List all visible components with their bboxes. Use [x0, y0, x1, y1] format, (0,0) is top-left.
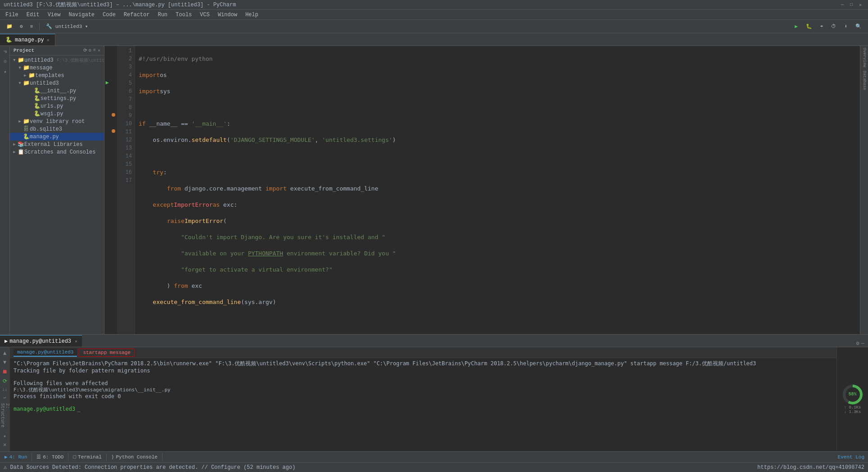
tree-item-db[interactable]: 🗄 db.sqlite3 — [10, 125, 104, 133]
tree-arrow-untitled3: ▼ — [17, 81, 23, 86]
project-icon[interactable]: P — [1, 48, 8, 56]
menu-file[interactable]: File — [2, 11, 22, 19]
statusbar-right: https://blog.csdn.net/qq=41098742 — [757, 464, 864, 471]
titlebar-controls: — □ ✕ — [841, 2, 864, 8]
folder-icon-templates: 📁 — [28, 72, 35, 79]
run-subtab-startapp[interactable]: startapp message — [79, 349, 135, 357]
soft-wrap-icon[interactable]: ↩ — [2, 394, 7, 402]
minimize-bottom-icon[interactable]: — — [861, 340, 864, 347]
tab-terminal[interactable]: □ Terminal — [68, 454, 106, 461]
py-icon-init: 🐍 — [33, 87, 41, 94]
tree-label-urls: urls.py — [41, 103, 63, 109]
bottom-main: manage.py@untitled3 startapp message "C:… — [10, 347, 836, 451]
tree-item-init[interactable]: 🐍 __init__.py — [10, 87, 104, 95]
settings-icon-bottom[interactable]: ⚙ — [856, 340, 859, 347]
close-bottom-icon[interactable]: ✕ — [2, 440, 8, 449]
tree-item-manage[interactable]: 🐍 manage.py — [10, 133, 104, 141]
tree-label-templates: templates — [35, 73, 64, 79]
tree-item-message[interactable]: ▼ 📁 message — [10, 64, 104, 72]
expand-icon[interactable]: ≡ — [93, 48, 96, 53]
breakpoint-column — [110, 46, 117, 334]
overview-icon[interactable]: Overview — [862, 48, 867, 67]
toolbar: 📁 ⚙ ≡ 🔧 untitled3 ▾ ▶ 🐛 ☂ ⏱ ⬇ 🔍 — [0, 20, 868, 33]
menu-navigate[interactable]: Navigate — [65, 11, 98, 19]
tree-label-external: External Libraries — [24, 141, 83, 148]
tree-item-external[interactable]: ▶ 📚 External Libraries — [10, 141, 104, 148]
tree-item-venv[interactable]: ▶ 📁 venv library root — [10, 118, 104, 125]
output-path: F:\3.优酷视频\untitled3\message\migrations\_… — [14, 386, 833, 393]
bookmark-icon[interactable]: ★ — [1, 66, 8, 77]
tab-manage-py[interactable]: 🐍 manage.py ✕ — [0, 34, 55, 45]
folder-icon-message: 📁 — [23, 64, 30, 71]
toolbar-project-icon[interactable]: 📁 — [4, 23, 15, 30]
network-panel: 58% ↑ 0.1Ks ↓ 1.3Ks — [836, 347, 868, 451]
tab-run[interactable]: ▶ 4: Run — [0, 453, 32, 461]
tree-item-wsgi[interactable]: 🐍 wsgi.py — [10, 110, 104, 118]
bottom-output: "C:\Program Files\JetBrains\PyCharm 2018… — [10, 358, 836, 451]
network-down: ↓ 1.3Ks — [844, 410, 861, 414]
menu-edit[interactable]: Edit — [23, 11, 43, 19]
structure-icon[interactable]: 2: Structure — [0, 402, 11, 432]
output-blank1 — [14, 374, 833, 380]
gear-icon[interactable]: ⚙ — [89, 48, 91, 53]
menu-tools[interactable]: Tools — [172, 11, 195, 19]
bottom-toolbar-right-icons: ⚙ — — [853, 340, 868, 347]
hide-icon[interactable]: ✕ — [98, 48, 100, 53]
up-arrow-icon[interactable]: ▲ — [2, 349, 8, 358]
tree-item-root[interactable]: ▼ 📁 untitled3 F:\3.优酷视频\untitled3 — [10, 56, 104, 64]
sidebar-tree: ▼ 📁 untitled3 F:\3.优酷视频\untitled3 ▼ 📁 me… — [10, 55, 104, 334]
sync-icon[interactable]: ⟳ — [83, 48, 87, 53]
bottom-left-icons: ▲ ▼ ⏹ ⟳ ↓↓ ↩ 2: Structure ★ ✕ — [0, 347, 10, 451]
tree-item-settings[interactable]: 🐍 settings.py — [10, 95, 104, 102]
right-panel: Overview Database — [860, 46, 868, 334]
editor-code[interactable]: #!/usr/bin/env python import os import s… — [135, 46, 860, 334]
search-button[interactable]: 🔍 — [853, 23, 864, 30]
cursor: _ — [77, 406, 80, 412]
event-log-button[interactable]: Event Log — [834, 454, 868, 460]
sidebar-title: Project — [14, 48, 34, 53]
run-tab-close[interactable]: ✕ — [75, 339, 77, 344]
minimize-button[interactable]: — — [841, 2, 846, 8]
menu-view[interactable]: View — [44, 11, 64, 19]
database-icon[interactable]: Database — [862, 71, 867, 90]
toolbar-settings-icon[interactable]: ⚙ — [17, 23, 26, 30]
tree-item-urls[interactable]: 🐍 urls.py — [10, 102, 104, 110]
menu-help[interactable]: Help — [242, 11, 262, 19]
menu-window[interactable]: Window — [214, 11, 241, 19]
tree-item-untitled3-inner[interactable]: ▼ 📁 untitled3 — [10, 79, 104, 87]
bottom-tab-run[interactable]: ▶ manage.py@untitled3 ✕ — [0, 335, 82, 347]
run-tab-strip: manage.py@untitled3 startapp message — [10, 347, 836, 358]
tree-label-init: __init__.py — [41, 88, 76, 94]
down-arrow-icon[interactable]: ▼ — [2, 358, 8, 367]
vcs-update-button[interactable]: ⬇ — [841, 23, 850, 30]
sidebar-header: Project ⟳ ⚙ ≡ ✕ — [10, 46, 104, 55]
commit-icon[interactable]: ◎ — [1, 56, 8, 66]
maximize-button[interactable]: □ — [850, 2, 855, 8]
rerun-icon[interactable]: ⟳ — [1, 377, 9, 386]
tree-label-scratches: Scratches and Consoles — [24, 149, 95, 155]
editor-tabbar: 🐍 manage.py ✕ — [0, 33, 868, 46]
tree-arrow-message: ▼ — [17, 66, 23, 70]
network-percent: 58% — [845, 387, 860, 402]
close-button[interactable]: ✕ — [859, 2, 864, 8]
menu-refactor[interactable]: Refactor — [120, 11, 154, 19]
menu-run[interactable]: Run — [154, 11, 171, 19]
scroll-end-icon[interactable]: ↓↓ — [0, 386, 9, 394]
run-config-selector[interactable]: 🔧 untitled3 ▾ — [43, 23, 90, 30]
tab-python-console[interactable]: ⟩ Python Console — [107, 453, 163, 461]
favorites-icon[interactable]: ★ — [2, 432, 7, 440]
run-subtab-manage[interactable]: manage.py@untitled3 — [14, 349, 77, 357]
tree-item-templates[interactable]: ▶ 📁 templates — [10, 72, 104, 79]
run-button[interactable]: ▶ — [792, 23, 800, 30]
coverage-button[interactable]: ☂ — [818, 23, 826, 30]
profile-button[interactable]: ⏱ — [828, 23, 839, 30]
run-icon: ▶ — [5, 338, 8, 345]
tab-close-button[interactable]: ✕ — [47, 37, 50, 43]
stop-icon[interactable]: ⏹ — [1, 367, 9, 377]
toolbar-menu-icon[interactable]: ≡ — [27, 23, 36, 30]
tree-item-scratches[interactable]: ▶ 📋 Scratches and Consoles — [10, 148, 104, 156]
menu-vcs[interactable]: VCS — [196, 11, 213, 19]
tab-todo[interactable]: ☰ 6: TODO — [32, 453, 68, 461]
debug-button[interactable]: 🐛 — [803, 23, 815, 30]
menu-code[interactable]: Code — [99, 11, 119, 19]
